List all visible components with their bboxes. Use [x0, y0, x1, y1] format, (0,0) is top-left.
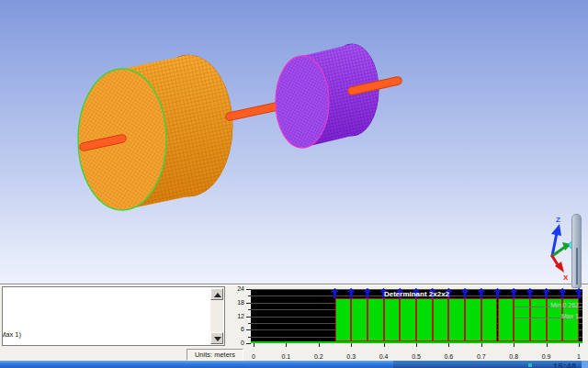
z-axis-label: Z: [556, 216, 560, 224]
message-log-scrollbar[interactable]: [210, 288, 223, 344]
show-desktop-button[interactable]: [582, 361, 588, 368]
scroll-down-button[interactable]: [210, 332, 223, 344]
triangle-up-icon: [214, 293, 221, 297]
message-log-text: Max 1): [2, 330, 21, 339]
viewport-3d[interactable]: Z Y X: [0, 0, 588, 284]
triangle-down-icon: [214, 337, 221, 341]
purple-disk-mesh[interactable]: [276, 44, 379, 148]
taskbar[interactable]: 15:48: [0, 361, 588, 368]
taskbar-clock: 15:48: [553, 362, 577, 368]
mesh-scene: Z Y X: [0, 0, 588, 284]
message-log-panel[interactable]: Max 1): [2, 286, 225, 346]
taskbar-tray-section[interactable]: 15:48: [393, 361, 588, 368]
orange-disk-mesh[interactable]: [78, 55, 232, 210]
tray-icon[interactable]: [528, 363, 532, 367]
x-axis-label: X: [563, 273, 569, 282]
view-slider-handle[interactable]: [571, 214, 582, 288]
scroll-up-button[interactable]: [210, 288, 223, 300]
icem-mesh-window: { "window": { "taskbar": { "time": "15:4…: [0, 0, 588, 368]
units-status: Units: meters: [187, 349, 243, 361]
